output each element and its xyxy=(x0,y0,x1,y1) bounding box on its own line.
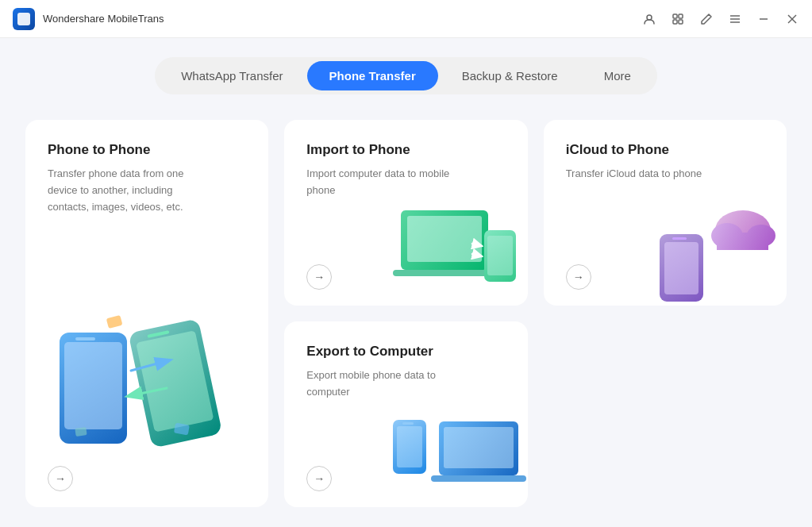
card-phone-to-phone[interactable]: Phone to Phone Transfer phone data from … xyxy=(25,120,268,507)
window-controls xyxy=(642,12,799,26)
card-icloud-title: iCloud to Phone xyxy=(566,142,764,158)
account-icon[interactable] xyxy=(642,12,656,26)
tab-more[interactable]: More xyxy=(582,61,653,90)
card-import-title: Import to Phone xyxy=(306,142,505,158)
svg-rect-17 xyxy=(106,315,123,329)
card-icloud-arrow[interactable]: → xyxy=(566,264,591,290)
svg-point-0 xyxy=(647,15,652,20)
svg-rect-13 xyxy=(75,337,95,340)
card-icloud-desc: Transfer iCloud data to phone xyxy=(566,166,725,183)
svg-rect-27 xyxy=(672,237,687,240)
app-logo xyxy=(13,8,35,30)
card-export-to-computer[interactable]: Export to Computer Export mobile phone d… xyxy=(284,321,527,507)
tab-backup[interactable]: Backup & Restore xyxy=(440,61,580,90)
cards-grid: Phone to Phone Transfer phone data from … xyxy=(25,120,787,507)
card-export-arrow[interactable]: → xyxy=(306,466,332,491)
menu-icon[interactable] xyxy=(728,12,742,26)
svg-rect-12 xyxy=(64,342,122,429)
svg-rect-33 xyxy=(397,426,422,467)
card-import-to-phone[interactable]: Import to Phone Import computer data to … xyxy=(284,120,527,306)
tab-whatsapp[interactable]: WhatsApp Transfer xyxy=(159,61,305,90)
svg-rect-31 xyxy=(717,233,768,250)
edit-icon[interactable] xyxy=(699,12,714,26)
card-phone-to-phone-desc: Transfer phone data from one device to a… xyxy=(48,166,206,215)
svg-rect-4 xyxy=(679,20,683,24)
svg-rect-3 xyxy=(673,20,677,24)
app-title: Wondershare MobileTrans xyxy=(43,13,642,25)
card-icloud-to-phone[interactable]: iCloud to Phone Transfer iCloud data to … xyxy=(544,120,787,306)
main-content: WhatsApp Transfer Phone Transfer Backup … xyxy=(0,38,812,527)
svg-rect-22 xyxy=(393,270,496,276)
svg-rect-2 xyxy=(679,14,683,18)
close-icon[interactable] xyxy=(785,12,799,26)
minimize-icon[interactable] xyxy=(756,12,771,26)
svg-rect-1 xyxy=(673,14,677,18)
svg-rect-21 xyxy=(407,216,482,262)
svg-rect-19 xyxy=(75,427,87,437)
windows-icon[interactable] xyxy=(671,12,685,26)
svg-rect-24 xyxy=(487,236,513,275)
svg-rect-36 xyxy=(444,427,514,468)
card-phone-to-phone-title: Phone to Phone xyxy=(48,142,246,158)
svg-rect-37 xyxy=(431,475,526,482)
svg-rect-26 xyxy=(664,242,698,294)
card-phone-to-phone-arrow[interactable]: → xyxy=(48,466,73,491)
tab-phone[interactable]: Phone Transfer xyxy=(307,61,438,90)
titlebar: Wondershare MobileTrans xyxy=(0,0,812,38)
svg-rect-34 xyxy=(402,422,414,425)
nav-tabs: WhatsApp Transfer Phone Transfer Backup … xyxy=(155,57,657,94)
card-import-arrow[interactable]: → xyxy=(306,264,332,290)
card-export-title: Export to Computer xyxy=(306,344,505,360)
